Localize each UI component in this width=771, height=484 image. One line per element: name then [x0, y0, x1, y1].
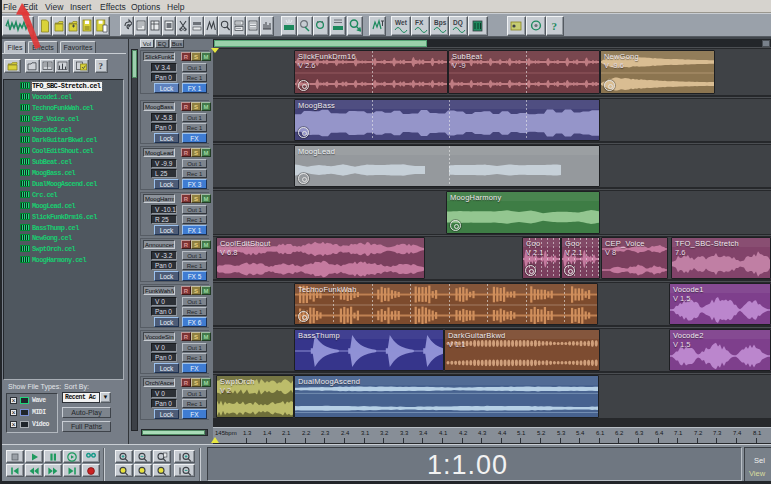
svg-text:Wet: Wet: [395, 19, 408, 26]
svg-text:DQ: DQ: [453, 19, 463, 27]
svg-text:?: ?: [99, 61, 104, 71]
svg-text:FX: FX: [415, 19, 424, 26]
svg-text:Bps: Bps: [434, 19, 447, 27]
svg-text:?: ?: [551, 20, 557, 32]
